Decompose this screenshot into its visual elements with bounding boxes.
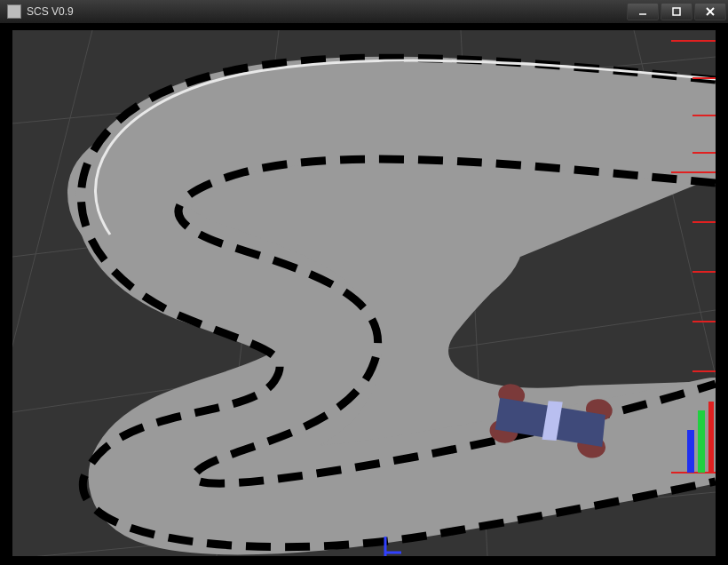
window-titlebar: SCS V0.9 <box>0 0 728 24</box>
hud-bar-blue <box>687 430 694 473</box>
window-title: SCS V0.9 <box>27 5 627 18</box>
app-icon <box>7 4 21 19</box>
close-button[interactable] <box>694 3 726 20</box>
game-viewport[interactable] <box>12 30 716 556</box>
hud-bar-green <box>698 410 705 473</box>
maximize-button[interactable] <box>661 3 692 20</box>
client-area <box>0 23 728 565</box>
hud-bar-red <box>708 402 714 473</box>
minimize-button[interactable] <box>627 3 659 20</box>
svg-rect-1 <box>673 8 680 15</box>
